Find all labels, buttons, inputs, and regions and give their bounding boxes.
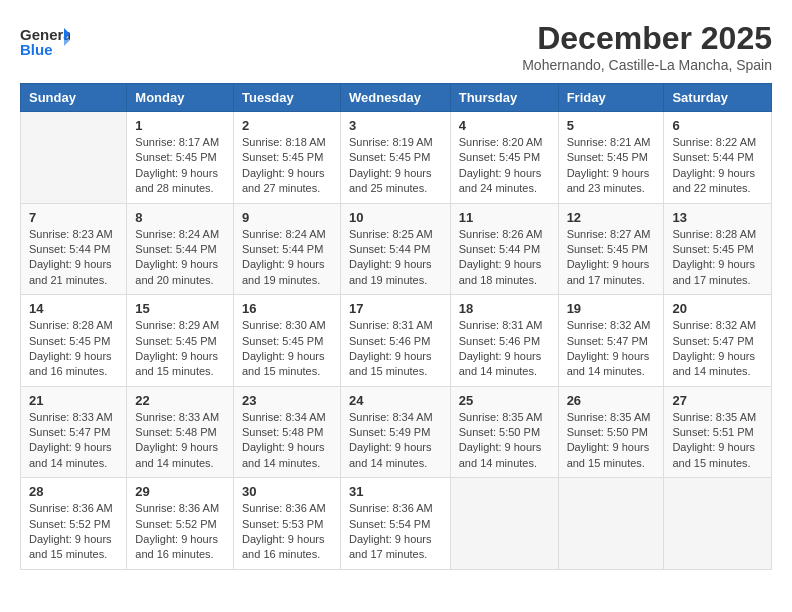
header-sunday: Sunday	[21, 84, 127, 112]
table-cell: 21Sunrise: 8:33 AM Sunset: 5:47 PM Dayli…	[21, 386, 127, 478]
table-cell: 2Sunrise: 8:18 AM Sunset: 5:45 PM Daylig…	[233, 112, 340, 204]
day-number: 13	[672, 210, 763, 225]
day-info: Sunrise: 8:33 AM Sunset: 5:47 PM Dayligh…	[29, 410, 118, 472]
header-tuesday: Tuesday	[233, 84, 340, 112]
table-cell: 16Sunrise: 8:30 AM Sunset: 5:45 PM Dayli…	[233, 295, 340, 387]
page-container: General Blue December 2025 Mohernando, C…	[20, 20, 772, 570]
day-info: Sunrise: 8:36 AM Sunset: 5:54 PM Dayligh…	[349, 501, 442, 563]
table-cell	[664, 478, 772, 570]
day-info: Sunrise: 8:22 AM Sunset: 5:44 PM Dayligh…	[672, 135, 763, 197]
day-info: Sunrise: 8:32 AM Sunset: 5:47 PM Dayligh…	[567, 318, 656, 380]
svg-text:Blue: Blue	[20, 41, 53, 58]
day-info: Sunrise: 8:23 AM Sunset: 5:44 PM Dayligh…	[29, 227, 118, 289]
day-number: 9	[242, 210, 332, 225]
day-number: 18	[459, 301, 550, 316]
day-info: Sunrise: 8:31 AM Sunset: 5:46 PM Dayligh…	[349, 318, 442, 380]
day-number: 2	[242, 118, 332, 133]
header-saturday: Saturday	[664, 84, 772, 112]
logo: General Blue	[20, 20, 70, 60]
day-info: Sunrise: 8:21 AM Sunset: 5:45 PM Dayligh…	[567, 135, 656, 197]
week-row-3: 21Sunrise: 8:33 AM Sunset: 5:47 PM Dayli…	[21, 386, 772, 478]
table-cell: 5Sunrise: 8:21 AM Sunset: 5:45 PM Daylig…	[558, 112, 664, 204]
header-monday: Monday	[127, 84, 234, 112]
day-info: Sunrise: 8:26 AM Sunset: 5:44 PM Dayligh…	[459, 227, 550, 289]
table-cell: 4Sunrise: 8:20 AM Sunset: 5:45 PM Daylig…	[450, 112, 558, 204]
day-info: Sunrise: 8:25 AM Sunset: 5:44 PM Dayligh…	[349, 227, 442, 289]
day-info: Sunrise: 8:33 AM Sunset: 5:48 PM Dayligh…	[135, 410, 225, 472]
day-number: 10	[349, 210, 442, 225]
day-number: 21	[29, 393, 118, 408]
day-number: 7	[29, 210, 118, 225]
table-cell: 15Sunrise: 8:29 AM Sunset: 5:45 PM Dayli…	[127, 295, 234, 387]
header-friday: Friday	[558, 84, 664, 112]
table-cell: 12Sunrise: 8:27 AM Sunset: 5:45 PM Dayli…	[558, 203, 664, 295]
day-info: Sunrise: 8:36 AM Sunset: 5:52 PM Dayligh…	[135, 501, 225, 563]
day-number: 8	[135, 210, 225, 225]
day-info: Sunrise: 8:20 AM Sunset: 5:45 PM Dayligh…	[459, 135, 550, 197]
table-cell: 25Sunrise: 8:35 AM Sunset: 5:50 PM Dayli…	[450, 386, 558, 478]
table-cell: 13Sunrise: 8:28 AM Sunset: 5:45 PM Dayli…	[664, 203, 772, 295]
day-number: 1	[135, 118, 225, 133]
table-cell: 23Sunrise: 8:34 AM Sunset: 5:48 PM Dayli…	[233, 386, 340, 478]
weekday-header-row: Sunday Monday Tuesday Wednesday Thursday…	[21, 84, 772, 112]
table-cell: 20Sunrise: 8:32 AM Sunset: 5:47 PM Dayli…	[664, 295, 772, 387]
table-cell: 14Sunrise: 8:28 AM Sunset: 5:45 PM Dayli…	[21, 295, 127, 387]
month-title: December 2025	[522, 20, 772, 57]
day-info: Sunrise: 8:36 AM Sunset: 5:53 PM Dayligh…	[242, 501, 332, 563]
week-row-1: 7Sunrise: 8:23 AM Sunset: 5:44 PM Daylig…	[21, 203, 772, 295]
table-cell: 7Sunrise: 8:23 AM Sunset: 5:44 PM Daylig…	[21, 203, 127, 295]
table-cell: 17Sunrise: 8:31 AM Sunset: 5:46 PM Dayli…	[340, 295, 450, 387]
day-number: 16	[242, 301, 332, 316]
day-info: Sunrise: 8:35 AM Sunset: 5:51 PM Dayligh…	[672, 410, 763, 472]
title-section: December 2025 Mohernando, Castille-La Ma…	[522, 20, 772, 73]
day-number: 24	[349, 393, 442, 408]
day-number: 27	[672, 393, 763, 408]
day-number: 14	[29, 301, 118, 316]
location-subtitle: Mohernando, Castille-La Mancha, Spain	[522, 57, 772, 73]
table-cell: 9Sunrise: 8:24 AM Sunset: 5:44 PM Daylig…	[233, 203, 340, 295]
table-cell: 28Sunrise: 8:36 AM Sunset: 5:52 PM Dayli…	[21, 478, 127, 570]
table-cell: 11Sunrise: 8:26 AM Sunset: 5:44 PM Dayli…	[450, 203, 558, 295]
day-number: 28	[29, 484, 118, 499]
day-info: Sunrise: 8:31 AM Sunset: 5:46 PM Dayligh…	[459, 318, 550, 380]
table-cell: 27Sunrise: 8:35 AM Sunset: 5:51 PM Dayli…	[664, 386, 772, 478]
day-info: Sunrise: 8:28 AM Sunset: 5:45 PM Dayligh…	[672, 227, 763, 289]
table-cell: 3Sunrise: 8:19 AM Sunset: 5:45 PM Daylig…	[340, 112, 450, 204]
week-row-0: 1Sunrise: 8:17 AM Sunset: 5:45 PM Daylig…	[21, 112, 772, 204]
table-cell: 6Sunrise: 8:22 AM Sunset: 5:44 PM Daylig…	[664, 112, 772, 204]
day-number: 23	[242, 393, 332, 408]
table-cell: 8Sunrise: 8:24 AM Sunset: 5:44 PM Daylig…	[127, 203, 234, 295]
day-info: Sunrise: 8:24 AM Sunset: 5:44 PM Dayligh…	[135, 227, 225, 289]
day-number: 11	[459, 210, 550, 225]
day-info: Sunrise: 8:32 AM Sunset: 5:47 PM Dayligh…	[672, 318, 763, 380]
table-cell: 29Sunrise: 8:36 AM Sunset: 5:52 PM Dayli…	[127, 478, 234, 570]
calendar-table: Sunday Monday Tuesday Wednesday Thursday…	[20, 83, 772, 570]
day-info: Sunrise: 8:28 AM Sunset: 5:45 PM Dayligh…	[29, 318, 118, 380]
table-cell: 31Sunrise: 8:36 AM Sunset: 5:54 PM Dayli…	[340, 478, 450, 570]
table-cell: 19Sunrise: 8:32 AM Sunset: 5:47 PM Dayli…	[558, 295, 664, 387]
day-number: 19	[567, 301, 656, 316]
day-number: 25	[459, 393, 550, 408]
day-info: Sunrise: 8:34 AM Sunset: 5:49 PM Dayligh…	[349, 410, 442, 472]
header-thursday: Thursday	[450, 84, 558, 112]
table-cell: 30Sunrise: 8:36 AM Sunset: 5:53 PM Dayli…	[233, 478, 340, 570]
day-info: Sunrise: 8:34 AM Sunset: 5:48 PM Dayligh…	[242, 410, 332, 472]
day-number: 12	[567, 210, 656, 225]
day-number: 30	[242, 484, 332, 499]
table-cell: 1Sunrise: 8:17 AM Sunset: 5:45 PM Daylig…	[127, 112, 234, 204]
logo-icon: General Blue	[20, 20, 70, 60]
day-info: Sunrise: 8:36 AM Sunset: 5:52 PM Dayligh…	[29, 501, 118, 563]
day-number: 31	[349, 484, 442, 499]
day-info: Sunrise: 8:30 AM Sunset: 5:45 PM Dayligh…	[242, 318, 332, 380]
day-info: Sunrise: 8:17 AM Sunset: 5:45 PM Dayligh…	[135, 135, 225, 197]
table-cell	[450, 478, 558, 570]
day-number: 29	[135, 484, 225, 499]
week-row-2: 14Sunrise: 8:28 AM Sunset: 5:45 PM Dayli…	[21, 295, 772, 387]
day-number: 5	[567, 118, 656, 133]
table-cell	[558, 478, 664, 570]
day-number: 3	[349, 118, 442, 133]
table-cell: 10Sunrise: 8:25 AM Sunset: 5:44 PM Dayli…	[340, 203, 450, 295]
day-number: 20	[672, 301, 763, 316]
day-info: Sunrise: 8:24 AM Sunset: 5:44 PM Dayligh…	[242, 227, 332, 289]
table-cell: 18Sunrise: 8:31 AM Sunset: 5:46 PM Dayli…	[450, 295, 558, 387]
